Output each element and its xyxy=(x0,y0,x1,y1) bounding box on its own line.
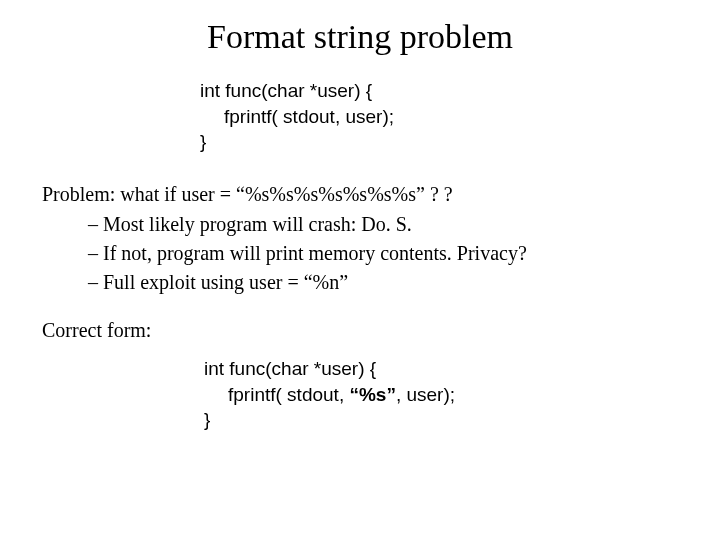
code-line: int func(char *user) { xyxy=(200,78,680,104)
problem-line: Problem: what if user = “%s%s%s%s%s%s%s”… xyxy=(42,183,680,206)
bullet-item: Most likely program will crash: Do. S. xyxy=(88,210,680,239)
problem-label: Problem: what if user = xyxy=(42,183,236,205)
code-block-correct: int func(char *user) { fprintf( stdout, … xyxy=(204,356,680,433)
code-line: } xyxy=(204,407,680,433)
slide-title: Format string problem xyxy=(40,18,680,56)
code-line: } xyxy=(200,129,680,155)
bullet-text: Full exploit using user = xyxy=(103,271,304,293)
code-line: int func(char *user) { xyxy=(204,356,680,382)
code-line: fprintf( stdout, “%s”, user); xyxy=(204,382,680,408)
bullet-item: If not, program will print memory conten… xyxy=(88,239,680,268)
problem-format-string: “%s%s%s%s%s%s%s” xyxy=(236,183,425,205)
problem-tail: ? ? xyxy=(425,183,453,205)
code-block-vulnerable: int func(char *user) { fprintf( stdout, … xyxy=(200,78,680,155)
correct-form-label: Correct form: xyxy=(42,319,680,342)
bullet-format-string: “%n” xyxy=(304,271,348,293)
code-text: , user); xyxy=(396,384,455,405)
code-line: fprintf( stdout, user); xyxy=(200,104,680,130)
problem-bullets: Most likely program will crash: Do. S. I… xyxy=(88,210,680,297)
code-text: fprintf( stdout, xyxy=(228,384,349,405)
bullet-item: Full exploit using user = “%n” xyxy=(88,268,680,297)
code-format-spec: “%s” xyxy=(349,384,395,405)
